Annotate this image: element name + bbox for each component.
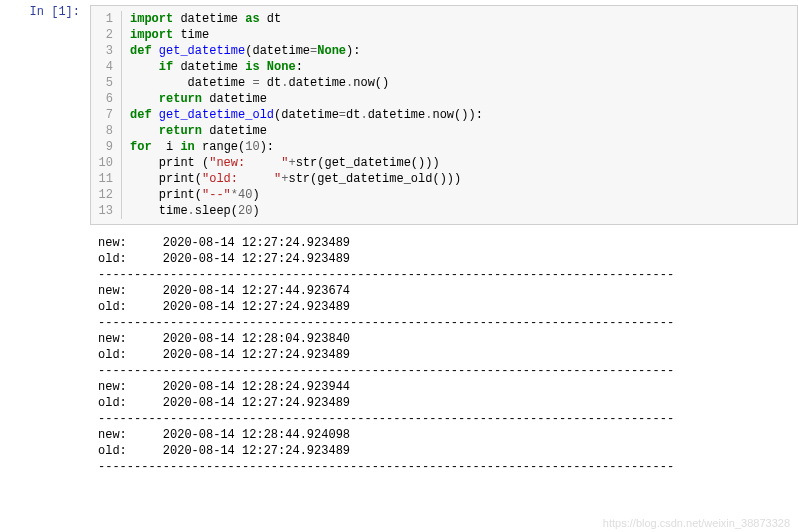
- code-line[interactable]: return datetime: [130, 123, 797, 139]
- code-line[interactable]: time.sleep(20): [130, 203, 797, 219]
- output-old-line: old: 2020-08-14 12:27:24.923489: [98, 299, 798, 315]
- line-number: 4: [91, 59, 113, 75]
- line-number: 10: [91, 155, 113, 171]
- line-number: 1: [91, 11, 113, 27]
- line-number: 12: [91, 187, 113, 203]
- output-area: new: 2020-08-14 12:27:24.923489old: 2020…: [90, 230, 798, 475]
- output-separator: ----------------------------------------…: [98, 411, 798, 427]
- line-number: 6: [91, 91, 113, 107]
- output-old-line: old: 2020-08-14 12:27:24.923489: [98, 395, 798, 411]
- line-number: 9: [91, 139, 113, 155]
- code-line[interactable]: import time: [130, 27, 797, 43]
- output-old-line: old: 2020-08-14 12:27:24.923489: [98, 443, 798, 459]
- prompt-label: In [1]:: [30, 5, 80, 19]
- code-input-area[interactable]: 12345678910111213 import datetime as dti…: [90, 5, 798, 225]
- code-line[interactable]: def get_datetime(datetime=None):: [130, 43, 797, 59]
- output-block: new: 2020-08-14 12:27:24.923489old: 2020…: [98, 235, 798, 283]
- code-line[interactable]: print("old: "+str(get_datetime_old())): [130, 171, 797, 187]
- output-new-line: new: 2020-08-14 12:28:24.923944: [98, 379, 798, 395]
- line-number: 11: [91, 171, 113, 187]
- notebook-cell: In [1]: 12345678910111213 import datetim…: [0, 0, 798, 230]
- code-line[interactable]: if datetime is None:: [130, 59, 797, 75]
- line-number: 7: [91, 107, 113, 123]
- input-prompt: In [1]:: [0, 5, 90, 225]
- line-number: 13: [91, 203, 113, 219]
- output-new-line: new: 2020-08-14 12:28:04.923840: [98, 331, 798, 347]
- output-block: new: 2020-08-14 12:28:24.923944old: 2020…: [98, 379, 798, 427]
- output-separator: ----------------------------------------…: [98, 363, 798, 379]
- output-separator: ----------------------------------------…: [98, 267, 798, 283]
- code-line[interactable]: datetime = dt.datetime.now(): [130, 75, 797, 91]
- output-block: new: 2020-08-14 12:27:44.923674old: 2020…: [98, 283, 798, 331]
- output-new-line: new: 2020-08-14 12:27:24.923489: [98, 235, 798, 251]
- line-number-gutter: 12345678910111213: [91, 11, 121, 219]
- code-line[interactable]: import datetime as dt: [130, 11, 797, 27]
- code-line[interactable]: def get_datetime_old(datetime=dt.datetim…: [130, 107, 797, 123]
- output-new-line: new: 2020-08-14 12:27:44.923674: [98, 283, 798, 299]
- output-separator: ----------------------------------------…: [98, 459, 798, 475]
- line-number: 3: [91, 43, 113, 59]
- output-separator: ----------------------------------------…: [98, 315, 798, 331]
- output-old-line: old: 2020-08-14 12:27:24.923489: [98, 251, 798, 267]
- line-number: 2: [91, 27, 113, 43]
- output-block: new: 2020-08-14 12:28:04.923840old: 2020…: [98, 331, 798, 379]
- code-line[interactable]: return datetime: [130, 91, 797, 107]
- code-line[interactable]: print ("new: "+str(get_datetime())): [130, 155, 797, 171]
- watermark-text: https://blog.csdn.net/weixin_38873328: [603, 517, 790, 529]
- code-content[interactable]: import datetime as dtimport timedef get_…: [121, 11, 797, 219]
- output-block: new: 2020-08-14 12:28:44.924098old: 2020…: [98, 427, 798, 475]
- line-number: 5: [91, 75, 113, 91]
- output-old-line: old: 2020-08-14 12:27:24.923489: [98, 347, 798, 363]
- code-line[interactable]: print("--"*40): [130, 187, 797, 203]
- code-line[interactable]: for i in range(10):: [130, 139, 797, 155]
- line-number: 8: [91, 123, 113, 139]
- output-new-line: new: 2020-08-14 12:28:44.924098: [98, 427, 798, 443]
